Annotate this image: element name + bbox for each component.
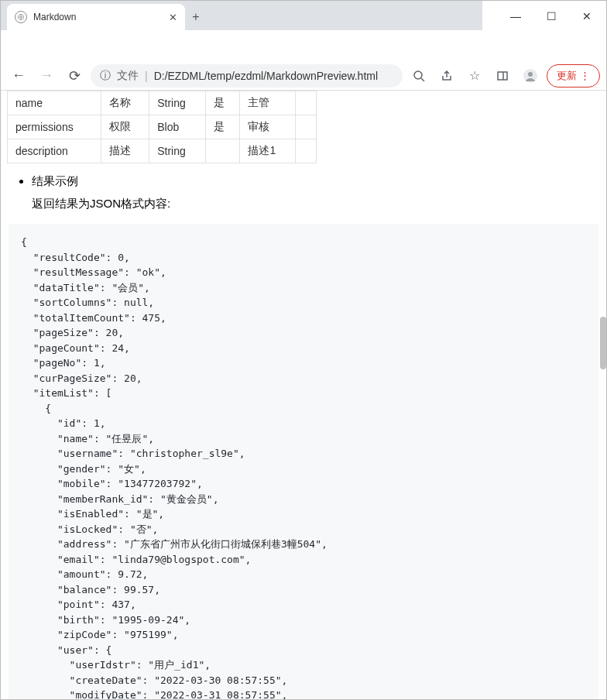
back-button[interactable]: ← xyxy=(7,64,30,88)
table-row: name名称String是主管 xyxy=(8,91,317,115)
minimize-button[interactable]: — xyxy=(498,1,533,32)
close-button[interactable]: ✕ xyxy=(569,1,605,32)
zoom-icon[interactable] xyxy=(407,64,430,88)
params-table: name名称String是主管permissions权限Blob是审核descr… xyxy=(7,91,317,163)
table-row: description描述String描述1 xyxy=(8,139,317,163)
svg-line-2 xyxy=(421,78,424,81)
svg-point-6 xyxy=(528,72,533,77)
page-content: name名称String是主管permissions权限Blob是审核descr… xyxy=(1,91,606,700)
globe-icon xyxy=(15,11,27,23)
section-description: 返回结果为JSON格式内容: xyxy=(32,197,606,211)
maximize-button[interactable]: ☐ xyxy=(533,1,569,32)
svg-point-1 xyxy=(414,71,422,79)
close-icon[interactable]: ✕ xyxy=(169,12,177,23)
address-path: D:/EZDML/temp/ezdml/MarkdownPreview.html xyxy=(154,70,378,82)
forward-button: → xyxy=(35,64,58,88)
star-icon[interactable]: ☆ xyxy=(463,64,486,88)
scrollbar-thumb[interactable] xyxy=(600,317,606,369)
json-code-block: { "resultCode": 0, "resultMessage": "ok"… xyxy=(9,224,598,700)
address-scheme: 文件 xyxy=(117,69,139,83)
new-tab-button[interactable]: + xyxy=(185,4,207,30)
svg-rect-3 xyxy=(498,72,507,80)
info-icon[interactable]: ⓘ xyxy=(100,69,111,83)
reload-button[interactable]: ⟳ xyxy=(63,64,86,88)
update-button[interactable]: 更新 ⋮ xyxy=(547,64,600,88)
table-row: permissions权限Blob是审核 xyxy=(8,115,317,139)
side-panel-icon[interactable] xyxy=(491,64,514,88)
menu-icon: ⋮ xyxy=(580,70,590,81)
section-heading: 结果示例 xyxy=(32,174,606,189)
tab-strip: Markdown ✕ + xyxy=(1,1,482,30)
profile-icon[interactable] xyxy=(519,64,542,88)
browser-toolbar: ← → ⟳ ⓘ 文件 | D:/EZDML/temp/ezdml/Markdow… xyxy=(1,61,606,91)
browser-tab[interactable]: Markdown ✕ xyxy=(7,4,185,30)
tab-title: Markdown xyxy=(33,12,163,22)
share-icon[interactable] xyxy=(435,64,458,88)
address-bar[interactable]: ⓘ 文件 | D:/EZDML/temp/ezdml/MarkdownPrevi… xyxy=(91,64,403,88)
